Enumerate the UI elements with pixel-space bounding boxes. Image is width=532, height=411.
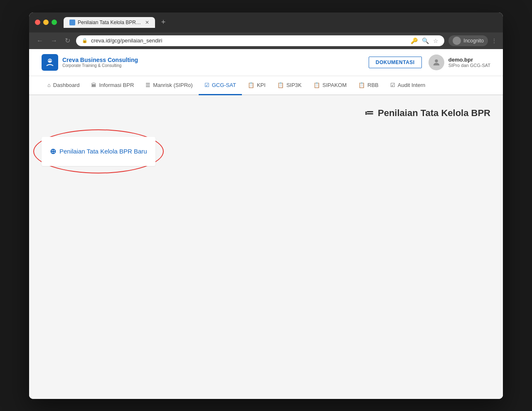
- address-input[interactable]: 🔒 creva.id/gcg/penilaian_sendiri 🔑 🔍 ☆: [76, 35, 444, 46]
- nav-label-rbb: RBB: [367, 82, 379, 88]
- card-wrapper: ⊕ Penilaian Tata Kelola BPR Baru: [42, 137, 155, 166]
- nav-item-informasi-bpr[interactable]: 🏛 Informasi BPR: [85, 76, 140, 95]
- audit-icon: ☑: [390, 82, 395, 88]
- browser-window: Penilaian Tata Kelola BPR | Cre ✕ + ← → …: [29, 12, 503, 399]
- nav-item-sip3k[interactable]: 📋 SIP3K: [271, 76, 308, 95]
- key-icon: 🔑: [411, 37, 418, 44]
- new-penilaian-button[interactable]: ⊕ Penilaian Tata Kelola BPR Baru: [50, 145, 147, 158]
- user-avatar: [429, 54, 444, 70]
- home-icon: ⌂: [47, 82, 51, 88]
- nav-item-gcg-sat[interactable]: ☑ GCG-SAT: [199, 76, 242, 95]
- user-info: demo.bpr SIPro dan GCG-SAT: [429, 54, 490, 70]
- tab-close-icon[interactable]: ✕: [145, 20, 149, 25]
- nav-item-audit-intern[interactable]: ☑ Audit Intern: [384, 76, 431, 95]
- minimize-button[interactable]: [43, 20, 49, 25]
- nav-label-manrisk: Manrisk (SIPRo): [153, 82, 192, 88]
- nav-item-dashboard[interactable]: ⌂ Dashboard: [42, 76, 85, 95]
- logo-icon: [42, 54, 58, 71]
- logo-title: Creva Business Consulting: [62, 57, 138, 63]
- nav-label-dashboard: Dashboard: [53, 82, 80, 88]
- address-bar: ← → ↻ 🔒 creva.id/gcg/penilaian_sendiri 🔑…: [29, 32, 503, 49]
- url-text: creva.id/gcg/penilaian_sendiri: [91, 37, 162, 44]
- page-title-text: Penilaian Tata Kelola BPR: [378, 108, 490, 119]
- nav-label-sipakom: SIPAKOM: [323, 82, 347, 88]
- nav-label-sip3k: SIP3K: [286, 82, 302, 88]
- browser-right-icons: Incognito ⋮: [448, 35, 497, 46]
- page-title: ≔ Penilaian Tata Kelola BPR: [365, 108, 490, 119]
- menu-icon[interactable]: ⋮: [491, 37, 497, 44]
- dokumentasi-button[interactable]: DOKUMENTASI: [369, 57, 422, 68]
- logo-subtitle: Corporate Training & Consulting: [62, 63, 138, 68]
- new-tab-button[interactable]: +: [158, 17, 169, 28]
- close-button[interactable]: [35, 20, 40, 25]
- nav-item-rbb[interactable]: 📋 RBB: [352, 76, 384, 95]
- card-area: ⊕ Penilaian Tata Kelola BPR Baru: [42, 137, 155, 166]
- page-content: Creva Business Consulting Corporate Trai…: [29, 49, 503, 399]
- bookmark-icon: ☆: [433, 37, 438, 44]
- manrisk-icon: ☰: [145, 82, 150, 88]
- rbb-icon: 📋: [358, 82, 365, 88]
- traffic-lights: [35, 20, 57, 25]
- user-role: SIPro dan GCG-SAT: [448, 63, 490, 68]
- user-details: demo.bpr SIPro dan GCG-SAT: [448, 57, 490, 68]
- nav-label-kpi: KPI: [257, 82, 266, 88]
- nav-label-gcg-sat: GCG-SAT: [212, 82, 236, 88]
- maximize-button[interactable]: [52, 20, 57, 25]
- nav-item-manrisk[interactable]: ☰ Manrisk (SIPRo): [140, 76, 198, 95]
- page-title-row: ≔ Penilaian Tata Kelola BPR: [42, 108, 490, 119]
- main-area: ≔ Penilaian Tata Kelola BPR ⊕ Penilaian …: [29, 95, 503, 399]
- sip3k-icon: 📋: [277, 82, 284, 88]
- nav-label-informasi-bpr: Informasi BPR: [99, 82, 134, 88]
- tab-title: Penilaian Tata Kelola BPR | Cre: [78, 20, 141, 25]
- plus-circle-icon: ⊕: [50, 147, 56, 156]
- page-title-icon: ≔: [365, 108, 374, 119]
- nav-label-audit-intern: Audit Intern: [398, 82, 426, 88]
- informasi-icon: 🏛: [91, 82, 96, 88]
- nav-item-sipakom[interactable]: 📋 SIPAKOM: [308, 76, 352, 95]
- sipakom-icon: 📋: [313, 82, 320, 88]
- active-tab[interactable]: Penilaian Tata Kelola BPR | Cre ✕: [64, 17, 155, 28]
- lock-icon: 🔒: [82, 38, 88, 43]
- forward-button[interactable]: →: [49, 36, 59, 45]
- tab-bar: Penilaian Tata Kelola BPR | Cre ✕ +: [64, 17, 497, 28]
- nav-item-kpi[interactable]: 📋 KPI: [242, 76, 271, 95]
- new-penilaian-label: Penilaian Tata Kelola BPR Baru: [59, 148, 147, 155]
- logo-area: Creva Business Consulting Corporate Trai…: [42, 54, 138, 71]
- back-button[interactable]: ←: [35, 36, 45, 45]
- header-right: DOKUMENTASI demo.bpr SIPro dan GCG-SAT: [369, 54, 490, 70]
- tab-favicon: [69, 20, 75, 25]
- app-header: Creva Business Consulting Corporate Trai…: [29, 49, 503, 76]
- title-bar: Penilaian Tata Kelola BPR | Cre ✕ +: [29, 12, 503, 32]
- kpi-icon: 📋: [248, 82, 254, 88]
- app-nav: ⌂ Dashboard 🏛 Informasi BPR ☰ Manrisk (S…: [29, 76, 503, 95]
- incognito-badge: Incognito: [448, 35, 488, 46]
- logo-text-area: Creva Business Consulting Corporate Trai…: [62, 57, 138, 68]
- incognito-label: Incognito: [463, 38, 484, 44]
- gcg-icon: ☑: [204, 82, 209, 88]
- search-icon: 🔍: [422, 37, 429, 44]
- svg-point-1: [435, 59, 438, 62]
- incognito-icon: [453, 37, 461, 45]
- reload-button[interactable]: ↻: [63, 36, 72, 45]
- user-name: demo.bpr: [448, 57, 490, 63]
